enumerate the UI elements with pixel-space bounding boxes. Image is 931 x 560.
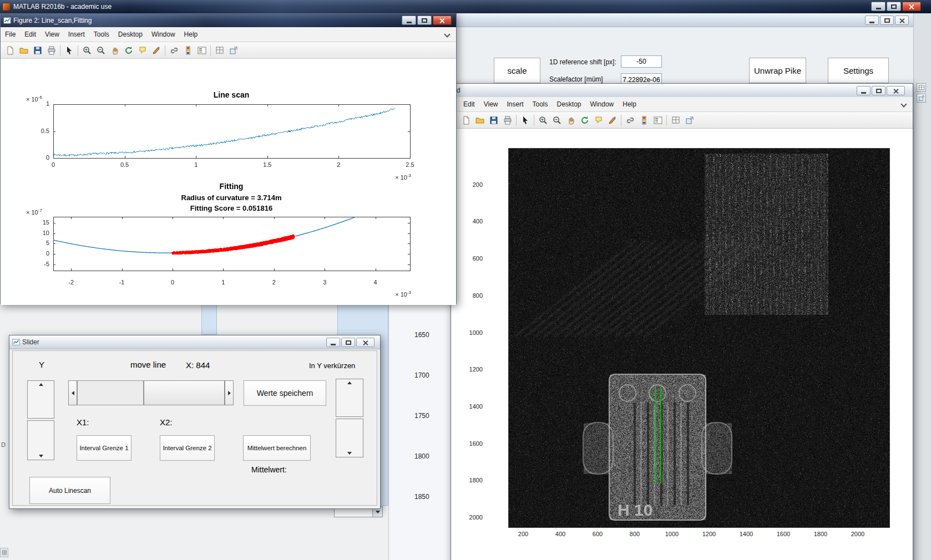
save-values-button[interactable]: Werte speichern	[244, 380, 326, 406]
shorten-slider-upper[interactable]	[336, 379, 363, 417]
x1-label: X1:	[77, 418, 89, 427]
tick-label: 1600	[458, 440, 483, 447]
figure2-minimize-button[interactable]	[402, 16, 416, 25]
settings-button[interactable]: Settings	[828, 58, 889, 83]
interval-limit2-label: Interval Grenze 2	[163, 445, 211, 451]
dock-figure-icon[interactable]	[226, 44, 240, 57]
link-plots-icon[interactable]	[623, 114, 637, 127]
link-plots-icon[interactable]	[167, 44, 181, 57]
menu-item[interactable]: Window	[586, 98, 619, 111]
window-resize-grip[interactable]	[0, 548, 8, 557]
right-figure-titlebar[interactable]: d	[451, 84, 913, 98]
tick-label: 600	[458, 255, 483, 262]
zoom-in-icon[interactable]	[80, 44, 94, 57]
main-close-button[interactable]	[902, 2, 921, 11]
interval-limit1-button[interactable]: Interval Grenze 1	[77, 435, 131, 461]
x-slider-left-arrow[interactable]	[68, 380, 77, 405]
insert-colorbar-icon[interactable]	[637, 114, 651, 127]
save-icon[interactable]	[487, 114, 500, 127]
menu-item[interactable]: Help	[618, 98, 641, 111]
menu-item[interactable]: Insert	[502, 98, 528, 111]
background-minimize-button[interactable]	[865, 16, 879, 25]
menu-item[interactable]: File	[1, 28, 20, 41]
open-file-icon[interactable]	[17, 44, 31, 57]
zoom-in-icon[interactable]	[536, 114, 550, 127]
zoom-out-icon[interactable]	[550, 114, 564, 127]
y-slider-upper[interactable]	[27, 380, 54, 419]
tick-label: 1	[211, 279, 235, 286]
menu-item[interactable]: Edit	[20, 28, 41, 41]
interval-limit2-button[interactable]: Interval Grenze 2	[160, 435, 215, 461]
main-window-titlebar[interactable]: MATLAB R2016b - academic use	[0, 0, 931, 13]
shorten-slider-lower[interactable]	[336, 419, 363, 457]
scale-button[interactable]: scale	[494, 58, 540, 83]
y-slider-lower[interactable]	[27, 420, 54, 460]
brush-icon[interactable]	[149, 44, 163, 57]
new-figure-icon[interactable]	[3, 44, 17, 57]
x-slider-right-arrow[interactable]	[225, 380, 234, 405]
x2-label: X2:	[160, 418, 173, 427]
slider-title: Slider	[22, 338, 39, 346]
background-close-button[interactable]	[895, 16, 909, 25]
data-cursor-icon[interactable]	[591, 114, 605, 127]
menu-item[interactable]: Edit	[459, 98, 479, 111]
strip-tool-icon-bottom[interactable]	[917, 94, 926, 103]
slider-close-button[interactable]	[356, 338, 375, 347]
menu-item[interactable]: View	[41, 28, 64, 41]
insert-axes-icon[interactable]	[212, 44, 226, 57]
menu-item[interactable]: Desktop	[114, 28, 147, 41]
print-icon[interactable]	[500, 114, 514, 127]
menu-item[interactable]: Insert	[64, 28, 89, 41]
insert-colorbar-icon[interactable]	[181, 44, 195, 57]
axis-tick-fragment: 1800	[414, 453, 451, 460]
x-slider-trough[interactable]	[77, 380, 144, 405]
tick-label: 0	[25, 154, 49, 161]
right-figure-close-button[interactable]	[887, 86, 905, 95]
figure2-titlebar[interactable]: Figure 2: Line_scan,Fitting	[1, 14, 456, 27]
save-icon[interactable]	[31, 44, 44, 57]
slider-maximize-button[interactable]	[341, 338, 355, 347]
menu-item[interactable]: Tools	[528, 98, 553, 111]
cursor-icon[interactable]	[518, 114, 532, 127]
x-slider-thumb[interactable]	[144, 380, 225, 405]
menu-item[interactable]: Desktop	[553, 98, 586, 111]
strip-tool-icon-top[interactable]	[917, 83, 926, 92]
menu-item[interactable]: Help	[180, 28, 203, 41]
dock-figure-icon[interactable]	[682, 114, 696, 127]
right-figure-minimize-button[interactable]	[857, 86, 871, 95]
plot2-y-exponent: × 10-7	[26, 208, 42, 216]
new-figure-icon[interactable]	[459, 114, 473, 127]
main-minimize-button[interactable]	[871, 2, 886, 11]
pan-icon[interactable]	[108, 44, 122, 57]
rotate-icon[interactable]	[122, 44, 135, 57]
unwrap-pike-button[interactable]: Unwrap Pike	[749, 58, 806, 83]
compute-mean-button[interactable]: Mittelwert berechnen	[243, 435, 311, 461]
slider-titlebar[interactable]: Slider	[9, 335, 380, 349]
right-figure-maximize-button[interactable]	[872, 86, 886, 95]
main-maximize-button[interactable]	[887, 2, 901, 11]
insert-axes-icon[interactable]	[669, 114, 682, 127]
insert-legend-icon[interactable]	[195, 44, 209, 57]
brush-icon[interactable]	[605, 114, 619, 127]
print-icon[interactable]	[44, 44, 58, 57]
pan-icon[interactable]	[564, 114, 578, 127]
menu-item[interactable]: View	[479, 98, 503, 111]
figure2-maximize-button[interactable]	[417, 16, 432, 25]
ref-shift-input[interactable]: -50	[621, 55, 662, 68]
phase-image-canvas[interactable]	[508, 148, 890, 528]
data-cursor-icon[interactable]	[135, 44, 149, 57]
dock-edge-label: D	[1, 441, 6, 448]
cursor-icon[interactable]	[62, 44, 76, 57]
slider-minimize-button[interactable]	[326, 338, 340, 347]
figure2-toolbar	[1, 42, 456, 59]
figure2-close-button[interactable]	[433, 16, 452, 25]
zoom-out-icon[interactable]	[94, 44, 108, 57]
open-file-icon[interactable]	[473, 114, 487, 127]
insert-legend-icon[interactable]	[651, 114, 665, 127]
menu-item[interactable]: Window	[147, 28, 180, 41]
auto-linescan-button[interactable]: Auto Linescan	[29, 477, 110, 504]
menu-item[interactable]: Tools	[89, 28, 114, 41]
rotate-icon[interactable]	[578, 114, 591, 127]
tick-label: 600	[585, 531, 610, 537]
background-maximize-button[interactable]	[880, 16, 894, 25]
